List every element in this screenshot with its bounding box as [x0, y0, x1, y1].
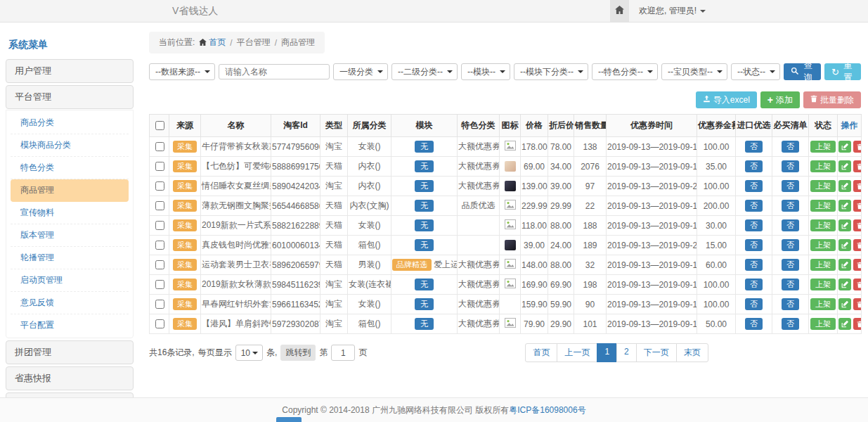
sidebar-subitem-轮播管理[interactable]: 轮播管理 [11, 247, 129, 269]
jump-page-input[interactable] [331, 345, 355, 361]
must-buy-button[interactable]: 否 [782, 160, 799, 172]
edit-button[interactable] [838, 239, 851, 251]
search-button[interactable]: 查询 [784, 63, 821, 80]
must-buy-button[interactable]: 否 [782, 219, 799, 231]
must-buy-button[interactable]: 否 [782, 259, 799, 271]
import-flag-button[interactable]: 否 [745, 259, 763, 271]
sidebar-subitem-平台配置[interactable]: 平台配置 [11, 314, 129, 336]
status-button[interactable]: 上架 [810, 298, 836, 310]
must-buy-button[interactable]: 否 [782, 318, 799, 330]
row-checkbox[interactable] [155, 142, 164, 151]
delete-button[interactable] [853, 259, 862, 271]
sidebar-subitem-宣传物料[interactable]: 宣传物料 [11, 202, 129, 224]
sidebar-item-拼团管理[interactable]: 拼团管理 [6, 340, 134, 364]
sidebar-subitem-特色分类[interactable]: 特色分类 [11, 157, 129, 179]
filter-select-3[interactable]: --二级分类-- [391, 63, 458, 80]
status-button[interactable]: 上架 [810, 259, 836, 271]
edit-button[interactable] [838, 141, 851, 153]
status-button[interactable]: 上架 [810, 219, 836, 231]
icp-link[interactable]: 粤ICP备16098006号 [509, 404, 585, 416]
import-flag-button[interactable]: 否 [745, 279, 763, 290]
batch-delete-button[interactable]: 批量删除 [803, 91, 861, 108]
status-button[interactable]: 上架 [810, 279, 836, 290]
delete-button[interactable] [853, 160, 862, 172]
must-buy-button[interactable]: 否 [782, 141, 799, 153]
import-flag-button[interactable]: 否 [745, 318, 763, 330]
jump-button[interactable]: 跳转到 [280, 345, 316, 361]
edit-button[interactable] [838, 298, 851, 310]
breadcrumb-home-link[interactable]: 首页 [199, 37, 226, 49]
filter-select-5[interactable]: --模块下分类-- [514, 63, 588, 80]
row-checkbox[interactable] [155, 181, 164, 191]
status-button[interactable]: 上架 [810, 160, 836, 172]
sidebar-subitem-版本管理[interactable]: 版本管理 [11, 224, 129, 247]
row-checkbox[interactable] [155, 201, 164, 210]
per-page-select[interactable]: 10 [235, 345, 263, 361]
home-button[interactable] [610, 0, 629, 22]
import-flag-button[interactable]: 否 [745, 200, 763, 212]
page-button-首页[interactable]: 首页 [525, 343, 557, 362]
sidebar-subitem-启动页管理[interactable]: 启动页管理 [11, 269, 129, 292]
sidebar-subitem-模块商品分类[interactable]: 模块商品分类 [11, 134, 129, 157]
page-button-末页[interactable]: 末页 [676, 343, 708, 362]
row-checkbox[interactable] [155, 260, 164, 269]
page-button-上一页[interactable]: 上一页 [557, 343, 597, 362]
row-checkbox[interactable] [155, 241, 164, 250]
edit-button[interactable] [838, 180, 851, 192]
filter-select-1[interactable]: --数据来源-- [149, 63, 215, 80]
sidebar-item-平台管理[interactable]: 平台管理 [6, 85, 134, 109]
filter-select-8[interactable]: --状态-- [731, 63, 780, 80]
row-checkbox[interactable] [155, 221, 164, 230]
row-checkbox[interactable] [155, 280, 164, 289]
must-buy-button[interactable]: 否 [782, 200, 799, 212]
must-buy-button[interactable]: 否 [782, 239, 799, 251]
edit-button[interactable] [838, 259, 851, 271]
delete-button[interactable] [853, 219, 862, 231]
delete-button[interactable] [853, 141, 862, 153]
delete-button[interactable] [853, 239, 862, 251]
must-buy-button[interactable]: 否 [782, 279, 799, 290]
import-flag-button[interactable]: 否 [745, 298, 763, 310]
filter-select-6[interactable]: --特色分类-- [592, 63, 658, 80]
import-excel-button[interactable]: 导入excel [696, 91, 757, 108]
status-button[interactable]: 上架 [810, 239, 836, 251]
delete-button[interactable] [853, 318, 862, 330]
row-checkbox[interactable] [155, 162, 164, 171]
filter-select-2[interactable]: 一级分类 [333, 63, 388, 80]
edit-button[interactable] [838, 279, 851, 290]
delete-button[interactable] [853, 279, 862, 290]
row-checkbox[interactable] [155, 300, 164, 309]
sidebar-subitem-商品分类[interactable]: 商品分类 [11, 112, 129, 134]
import-flag-button[interactable]: 否 [745, 219, 763, 231]
filter-select-4[interactable]: --模块-- [461, 63, 510, 80]
page-button-1[interactable]: 1 [597, 343, 617, 362]
page-button-下一页[interactable]: 下一页 [636, 343, 677, 362]
delete-button[interactable] [853, 180, 862, 192]
import-flag-button[interactable]: 否 [745, 239, 763, 251]
import-flag-button[interactable]: 否 [745, 160, 763, 172]
sidebar-item-用户管理[interactable]: 用户管理 [6, 59, 134, 83]
add-button[interactable]: + 添加 [760, 91, 800, 108]
delete-button[interactable] [853, 200, 862, 212]
edit-button[interactable] [838, 318, 851, 330]
edit-button[interactable] [838, 160, 851, 172]
delete-button[interactable] [853, 298, 862, 310]
sidebar-item-省惠快报[interactable]: 省惠快报 [6, 366, 134, 390]
reset-button[interactable]: ↻ 重置 [824, 63, 861, 80]
edit-button[interactable] [838, 219, 851, 231]
import-flag-button[interactable]: 否 [745, 180, 763, 192]
user-menu[interactable]: 欢迎您, 管理员! [639, 5, 706, 17]
edit-button[interactable] [838, 200, 851, 212]
filter-select-7[interactable]: --宝贝类型-- [661, 63, 727, 80]
row-checkbox[interactable] [155, 319, 164, 328]
status-button[interactable]: 上架 [810, 180, 836, 192]
page-button-2[interactable]: 2 [616, 343, 637, 362]
must-buy-button[interactable]: 否 [782, 298, 799, 310]
status-button[interactable]: 上架 [810, 141, 836, 153]
status-button[interactable]: 上架 [810, 318, 836, 330]
import-flag-button[interactable]: 否 [745, 141, 763, 153]
sidebar-subitem-商品管理[interactable]: 商品管理 [11, 179, 129, 202]
select-all-checkbox[interactable] [155, 121, 164, 130]
name-search-input[interactable] [219, 64, 330, 79]
sidebar-subitem-意见反馈[interactable]: 意见反馈 [11, 292, 129, 314]
